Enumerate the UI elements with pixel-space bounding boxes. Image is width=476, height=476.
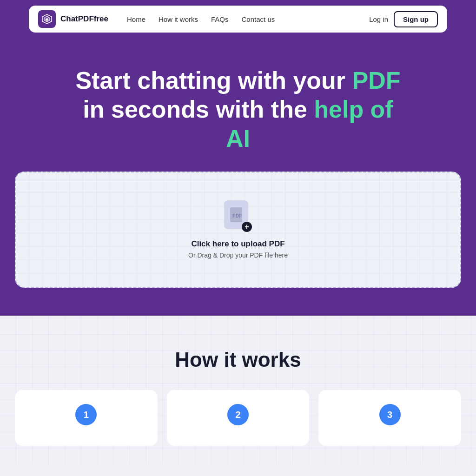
brand-name: ChatPDFfree bbox=[60, 14, 108, 24]
step-number-1: 1 bbox=[75, 404, 97, 425]
nav-link-contact-us[interactable]: Contact us bbox=[242, 15, 275, 23]
step-card-3: 3 bbox=[318, 390, 461, 446]
navbar: ChatPDFfree Home How it works FAQs Conta… bbox=[29, 6, 447, 33]
svg-text:PDF: PDF bbox=[232, 213, 242, 218]
hero-accent-pdf: PDF bbox=[352, 67, 401, 94]
signup-button[interactable]: Sign up bbox=[394, 11, 438, 27]
hero-title: Start chatting with your PDF in seconds … bbox=[71, 66, 405, 153]
hero-title-part1: Start chatting with your bbox=[75, 67, 352, 94]
nav-wrapper: ChatPDFfree Home How it works FAQs Conta… bbox=[0, 0, 476, 38]
nav-links: Home How it works FAQs Contact us bbox=[127, 15, 369, 23]
nav-link-how-it-works[interactable]: How it works bbox=[159, 15, 198, 23]
step-number-2: 2 bbox=[227, 404, 249, 425]
upload-plus-badge: + bbox=[242, 222, 252, 232]
step-card-1: 1 bbox=[15, 390, 158, 446]
brand: ChatPDFfree bbox=[38, 10, 108, 28]
hero-section: Start chatting with your PDF in seconds … bbox=[0, 38, 476, 316]
upload-icon-wrap: PDF + bbox=[224, 200, 252, 232]
nav-link-home[interactable]: Home bbox=[127, 15, 145, 23]
step-card-2: 2 bbox=[167, 390, 310, 446]
step-number-3: 3 bbox=[379, 404, 401, 425]
hero-title-part2: in seconds with the bbox=[83, 96, 314, 123]
logo-icon bbox=[38, 10, 56, 28]
how-title: How it works bbox=[9, 348, 467, 371]
upload-area[interactable]: PDF + Click here to upload PDF Or Drag &… bbox=[15, 172, 461, 288]
steps-row: 1 2 3 bbox=[15, 390, 461, 446]
login-button[interactable]: Log in bbox=[369, 15, 388, 23]
upload-sub-text: Or Drag & Drop your PDF file here bbox=[188, 251, 288, 259]
how-section: How it works 1 2 3 bbox=[0, 316, 476, 464]
nav-actions: Log in Sign up bbox=[369, 11, 438, 27]
nav-link-faqs[interactable]: FAQs bbox=[211, 15, 229, 23]
upload-main-text: Click here to upload PDF bbox=[191, 239, 284, 249]
